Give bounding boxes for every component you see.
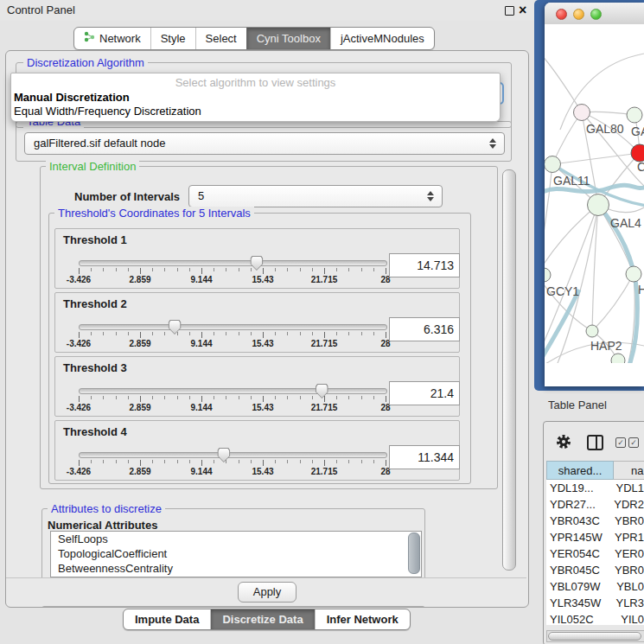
window-close-icon[interactable]: × [519, 1, 526, 20]
cell-name[interactable]: YDL1 [609, 480, 644, 496]
tick-mark [152, 268, 153, 271]
tab-jactivemnodules[interactable]: jActiveMNodules [330, 28, 434, 49]
table-row[interactable]: YER054CYER0 [546, 545, 644, 562]
table-data-combobox[interactable]: galFiltered.sif default node [24, 132, 505, 155]
table-row[interactable]: YPR145WYPR1 [546, 529, 644, 545]
column-header-shared-name[interactable]: shared... [546, 461, 614, 480]
zoom-traffic-light-icon[interactable] [590, 9, 602, 20]
tab-network[interactable]: Network [74, 28, 150, 49]
table-row[interactable]: YBR043CYBR0 [546, 513, 644, 529]
main-scrollbar-thumb[interactable] [502, 169, 516, 571]
tick-mark [263, 460, 264, 466]
attribute-list-item[interactable]: BetweennessCentrality [51, 561, 421, 576]
popup-option-manual-discretization[interactable]: Manual Discretization [14, 91, 130, 104]
apply-button[interactable]: Apply [238, 582, 296, 603]
cell-shared-name[interactable]: YER054C [546, 545, 608, 562]
tick-mark [324, 460, 325, 466]
node-h[interactable] [626, 266, 641, 282]
tick-mark [287, 268, 288, 271]
cell-shared-name[interactable]: YDR27... [546, 496, 607, 513]
tab-label: Discretize Data [222, 613, 303, 626]
cell-shared-name[interactable]: YPR145W [546, 529, 608, 545]
tab-infer-network[interactable]: Infer Network [315, 609, 410, 629]
svg-text:GCY1: GCY1 [546, 284, 579, 298]
column-checkbox-icon[interactable]: ✓ [615, 437, 626, 448]
tick-mark [386, 332, 386, 338]
threshold-slider[interactable] [79, 324, 387, 330]
numerical-attributes-list[interactable]: SelfLoopsTopologicalCoefficientBetweenne… [50, 531, 422, 577]
scrollbar-thumb[interactable] [548, 632, 641, 641]
cell-name[interactable]: YPR1 [608, 529, 644, 545]
threshold-value-field[interactable]: 21.4 [389, 381, 460, 405]
node-gal80[interactable] [574, 105, 590, 121]
table-row[interactable]: YIL052CYIL0 [546, 611, 644, 625]
table-row[interactable]: YDR27...YDR2 [546, 496, 644, 513]
tab-style[interactable]: Style [150, 28, 195, 49]
gear-icon[interactable] [556, 434, 571, 450]
table-row[interactable]: YLR345WYLR3 [546, 595, 644, 611]
table-horizontal-scrollbar[interactable] [546, 630, 644, 642]
cell-shared-name[interactable]: YBR043C [546, 513, 608, 529]
tick-mark [239, 332, 239, 335]
attribute-list-item[interactable]: SelfLoops [51, 532, 421, 546]
network-canvas[interactable]: GAL80 GAL C GAL11 GAL4 GCY1 H HAP2 [545, 24, 644, 363]
tick-label: 21.715 [311, 403, 338, 412]
cell-name[interactable]: YIL0 [614, 611, 644, 625]
cell-name[interactable]: YBR0 [608, 513, 644, 529]
cell-name[interactable]: YER0 [608, 545, 644, 562]
table-row[interactable]: YBR045CYBR0 [546, 562, 644, 578]
tab-discretize-data[interactable]: Discretize Data [210, 609, 314, 629]
apply-bar: Apply [6, 577, 526, 606]
combobox-value: 5 [198, 189, 204, 202]
node-top-right[interactable] [627, 107, 642, 123]
tick-label: -3.426 [67, 275, 91, 284]
cell-shared-name[interactable]: YBL079W [546, 578, 609, 595]
threshold-value-field[interactable]: 6.316 [389, 317, 460, 341]
network-window-titlebar[interactable] [545, 3, 644, 25]
column-header-name[interactable]: na [614, 461, 644, 480]
threshold-slider[interactable] [79, 388, 387, 394]
tab-impute-data[interactable]: Impute Data [124, 609, 210, 629]
threshold-slider[interactable] [79, 452, 387, 458]
cell-name[interactable]: YLR3 [609, 595, 644, 611]
node-gal4[interactable] [588, 194, 609, 216]
column-checkbox-icon[interactable]: ✓ [628, 437, 639, 448]
cell-name[interactable]: YBL0 [609, 578, 644, 595]
cell-shared-name[interactable]: YIL052C [546, 611, 614, 625]
cell-shared-name[interactable]: YLR345W [546, 595, 609, 611]
tick-mark [239, 268, 239, 271]
cell-name[interactable]: YDR2 [607, 496, 644, 513]
number-of-intervals-combobox[interactable]: 5 [188, 185, 443, 207]
cell-shared-name[interactable]: YDL19... [546, 480, 609, 496]
table-row[interactable]: YBL079WYBL0 [546, 578, 644, 595]
threshold-value-field[interactable]: 14.713 [389, 253, 460, 277]
node-gal11[interactable] [545, 156, 561, 173]
threshold-slider[interactable] [79, 260, 387, 266]
threshold-value-field[interactable]: 11.344 [389, 445, 460, 469]
tick-mark [177, 396, 178, 399]
tick-mark [116, 268, 117, 271]
cell-name[interactable]: YBR0 [608, 562, 644, 578]
tab-cyni-toolbox[interactable]: Cyni Toolbox [246, 28, 330, 49]
window-float-icon[interactable] [505, 6, 514, 16]
popup-option-equal-width[interactable]: Equal Width/Frequency Discretization [14, 105, 201, 118]
tick-mark [152, 396, 153, 399]
node-hap2[interactable] [586, 325, 598, 337]
minimize-traffic-light-icon[interactable] [573, 9, 584, 20]
tick-mark [201, 268, 202, 274]
node-red-selected[interactable] [631, 144, 644, 162]
node-gcy1[interactable] [545, 268, 551, 282]
tick-mark [275, 396, 276, 399]
popup-placeholder: Select algorithm to view settings [11, 76, 500, 89]
tick-label: 15.43 [252, 403, 273, 412]
table-body[interactable]: YDL19...YDL1YDR27...YDR2YBR043CYBR0YPR14… [546, 480, 644, 625]
close-traffic-light-icon[interactable] [556, 9, 567, 20]
tab-select[interactable]: Select [195, 28, 246, 49]
split-table-icon[interactable] [587, 435, 603, 450]
slider-ticks [79, 460, 386, 467]
node-bottom[interactable] [611, 354, 625, 363]
table-row[interactable]: YDL19...YDL1 [546, 480, 644, 496]
cell-shared-name[interactable]: YBR045C [546, 562, 608, 578]
combo-spinner-icon [488, 133, 496, 154]
attribute-list-item[interactable]: TopologicalCoefficient [51, 546, 421, 561]
